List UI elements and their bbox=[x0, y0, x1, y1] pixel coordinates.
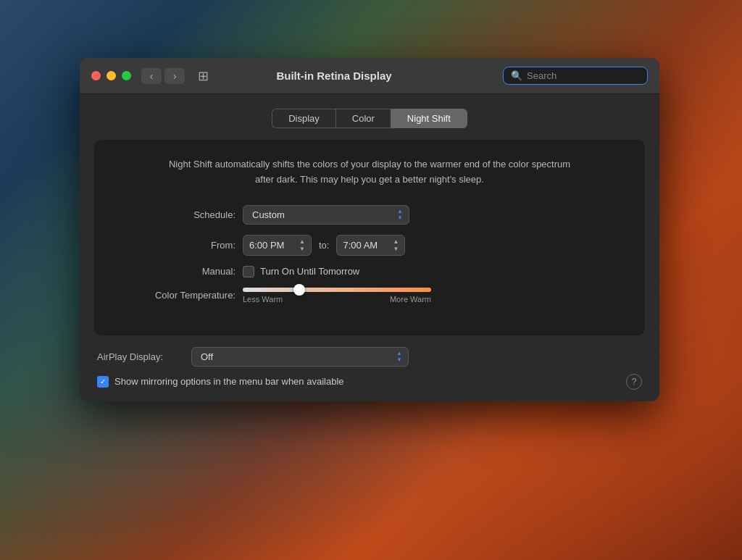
schedule-label: Schedule: bbox=[116, 209, 235, 220]
mirror-row: ✓ Show mirroring options in the menu bar… bbox=[97, 374, 642, 390]
schedule-dropdown[interactable]: Custom ▲ ▼ bbox=[243, 205, 409, 225]
manual-toggle-label: Turn On Until Tomorrow bbox=[260, 266, 359, 277]
color-temp-slider-container: Less Warm More Warm bbox=[243, 288, 431, 304]
time-row: From: 6:00 PM ▲ ▼ to: 7:00 AM ▲ bbox=[116, 235, 623, 256]
mirror-label: Show mirroring options in the menu bar w… bbox=[114, 376, 344, 387]
bottom-section: AirPlay Display: Off ▲ ▼ ✓ Show mirrorin… bbox=[94, 347, 645, 390]
airplay-row: AirPlay Display: Off ▲ ▼ bbox=[97, 347, 642, 367]
manual-row: Manual: Turn On Until Tomorrow bbox=[116, 266, 623, 277]
night-shift-panel: Night Shift automatically shifts the col… bbox=[94, 140, 645, 335]
from-time-field[interactable]: 6:00 PM ▲ ▼ bbox=[243, 235, 312, 256]
manual-toggle-container: Turn On Until Tomorrow bbox=[243, 266, 359, 277]
time-inputs: 6:00 PM ▲ ▼ to: 7:00 AM ▲ ▼ bbox=[243, 235, 405, 256]
tab-bar: Display Color Night Shift bbox=[94, 109, 645, 128]
maximize-button[interactable] bbox=[122, 71, 131, 80]
traffic-lights bbox=[91, 71, 131, 80]
search-icon: 🔍 bbox=[511, 70, 522, 81]
checkmark-icon: ✓ bbox=[100, 377, 106, 385]
to-label: to: bbox=[319, 240, 329, 251]
from-time-value: 6:00 PM bbox=[249, 240, 284, 251]
tab-display[interactable]: Display bbox=[272, 109, 335, 128]
mirror-left: ✓ Show mirroring options in the menu bar… bbox=[97, 376, 344, 388]
window-title: Built-in Retina Display bbox=[172, 70, 496, 82]
back-button[interactable]: ‹ bbox=[141, 68, 162, 84]
tab-night-shift[interactable]: Night Shift bbox=[391, 109, 467, 128]
tab-color[interactable]: Color bbox=[335, 109, 391, 128]
to-time-field[interactable]: 7:00 AM ▲ ▼ bbox=[336, 235, 405, 256]
schedule-row: Schedule: Custom ▲ ▼ bbox=[116, 205, 623, 225]
close-button[interactable] bbox=[91, 71, 101, 80]
help-button[interactable]: ? bbox=[626, 374, 642, 390]
airplay-value: Off bbox=[201, 351, 213, 362]
titlebar: ‹ › ⊞ Built-in Retina Display 🔍 bbox=[80, 58, 659, 94]
airplay-label: AirPlay Display: bbox=[97, 351, 184, 362]
dropdown-arrows-icon: ▲ ▼ bbox=[397, 209, 403, 221]
description-text: Night Shift automatically shifts the col… bbox=[167, 157, 572, 188]
mirror-checkbox[interactable]: ✓ bbox=[97, 376, 109, 388]
preferences-window: ‹ › ⊞ Built-in Retina Display 🔍 Display … bbox=[80, 58, 659, 401]
schedule-value: Custom bbox=[252, 209, 285, 220]
color-temp-row: Color Temperature: Less Warm More Warm bbox=[116, 288, 623, 304]
airplay-dropdown-arrows-icon: ▲ ▼ bbox=[396, 351, 402, 363]
search-box[interactable]: 🔍 bbox=[503, 67, 648, 85]
search-input[interactable] bbox=[527, 70, 640, 81]
less-warm-label: Less Warm bbox=[243, 295, 283, 304]
slider-thumb[interactable] bbox=[293, 284, 305, 296]
more-warm-label: More Warm bbox=[390, 295, 431, 304]
airplay-dropdown[interactable]: Off ▲ ▼ bbox=[191, 347, 409, 367]
to-time-value: 7:00 AM bbox=[343, 240, 378, 251]
slider-labels: Less Warm More Warm bbox=[243, 295, 431, 304]
manual-label: Manual: bbox=[116, 266, 235, 277]
manual-checkbox[interactable] bbox=[243, 266, 254, 277]
slider-track[interactable] bbox=[243, 288, 431, 292]
color-temp-label: Color Temperature: bbox=[116, 290, 235, 301]
from-label: From: bbox=[116, 240, 235, 251]
content-area: Display Color Night Shift Night Shift au… bbox=[80, 94, 659, 401]
from-time-arrows-icon: ▲ ▼ bbox=[299, 238, 305, 252]
to-time-arrows-icon: ▲ ▼ bbox=[393, 238, 399, 252]
minimize-button[interactable] bbox=[107, 71, 116, 80]
